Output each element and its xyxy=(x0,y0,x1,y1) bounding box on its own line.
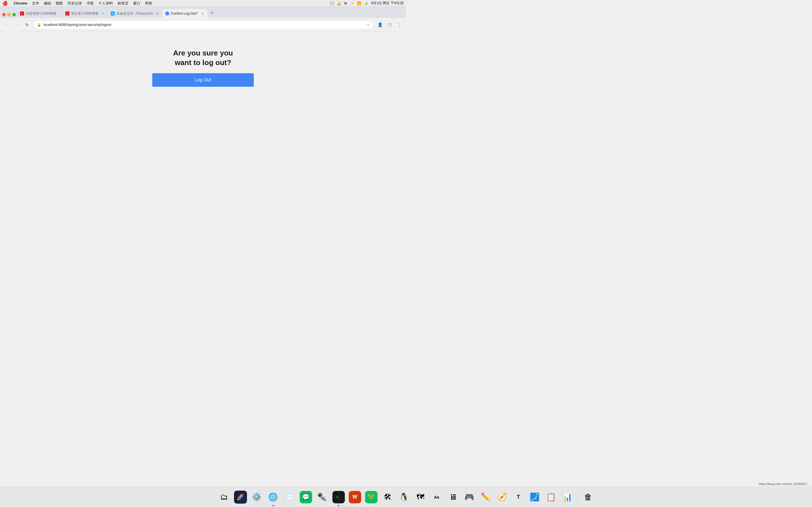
tab-favicon-confirm: ✓ xyxy=(165,11,169,15)
back-button[interactable]: ← xyxy=(3,21,11,29)
tab-close-csdn2[interactable]: ✕ xyxy=(100,11,105,16)
tab-title-csdn2: 写文章-CSDN博客 xyxy=(71,11,99,16)
logout-title: Are you sure you want to log out? xyxy=(173,48,233,68)
menubar-edit[interactable]: 编辑 xyxy=(44,1,51,6)
logout-title-line2: want to log out? xyxy=(175,58,232,67)
menubar-chrome[interactable]: Chrome xyxy=(13,1,28,5)
url-bar[interactable]: 🔒 localhost:8080/spring-boot-security/lo… xyxy=(33,20,374,29)
bookmark-star[interactable]: ☆ xyxy=(366,22,370,27)
system-tray-battery: 🔋 xyxy=(364,1,368,5)
menubar-window[interactable]: 窗口 xyxy=(133,1,140,6)
tab-close-processon[interactable]: ✕ xyxy=(155,11,159,16)
tab-favicon-processon: On xyxy=(111,11,115,15)
tab-favicon-csdn1: C xyxy=(20,11,24,15)
menubar-tabs[interactable]: 标签页 xyxy=(117,1,129,6)
menubar: 🍎 Chrome 文件 编辑 视图 历史记录 书签 个人资料 标签页 窗口 帮助… xyxy=(0,0,406,7)
tab-title-processon: 未命名文件 - ProcessOn xyxy=(116,11,153,16)
toolbar-actions: 👤 ⬡ ⋮ xyxy=(376,21,403,29)
url-text: localhost:8080/spring-boot-security/logo… xyxy=(43,22,364,27)
maximize-window-button[interactable] xyxy=(12,13,16,16)
system-tray-bluetooth: ⚡ xyxy=(350,1,354,5)
window-controls xyxy=(2,13,16,18)
minimize-window-button[interactable] xyxy=(7,13,11,16)
browser-window: C 内容管理-CSDN博客 C 写文章-CSDN博客 ✕ On 未命名文件 - … xyxy=(0,7,406,253)
profile-button[interactable]: 👤 xyxy=(376,21,384,29)
menubar-help[interactable]: 帮助 xyxy=(145,1,152,6)
reload-button[interactable]: ↻ xyxy=(23,21,31,29)
menubar-datetime: 8月1日 周日 下午5:32 xyxy=(371,1,404,6)
menu-button[interactable]: ⋮ xyxy=(395,21,403,29)
page-content: Are you sure you want to log out? Log Ou… xyxy=(0,32,406,253)
tab-favicon-csdn2: C xyxy=(65,11,69,15)
tab-csdn-content[interactable]: C 内容管理-CSDN博客 xyxy=(17,9,62,18)
system-tray-notifications: 🔔 xyxy=(337,1,341,5)
tab-processon[interactable]: On 未命名文件 - ProcessOn ✕ xyxy=(108,9,162,18)
tab-bar: C 内容管理-CSDN博客 C 写文章-CSDN博客 ✕ On 未命名文件 - … xyxy=(0,7,406,18)
logout-title-line1: Are you sure you xyxy=(173,49,233,57)
system-tray-word: W xyxy=(344,1,347,5)
logout-button[interactable]: Log Out xyxy=(152,73,254,87)
new-tab-button[interactable]: + xyxy=(208,9,216,17)
menubar-profile[interactable]: 个人资料 xyxy=(98,1,113,6)
menubar-right: 💬 🔔 W ⚡ 📶 🔋 8月1日 周日 下午5:32 xyxy=(330,1,404,6)
tab-title-csdn1: 内容管理-CSDN博客 xyxy=(26,11,59,16)
tab-close-confirm[interactable]: ✕ xyxy=(200,11,205,16)
system-tray-wifi: 📶 xyxy=(357,1,361,5)
close-window-button[interactable] xyxy=(2,13,6,16)
system-tray-wechat: 💬 xyxy=(330,1,334,5)
tab-csdn-write[interactable]: C 写文章-CSDN博客 ✕ xyxy=(63,9,108,18)
tab-confirm-logout[interactable]: ✓ Confirm Log Out? ✕ xyxy=(162,9,207,18)
menubar-view[interactable]: 视图 xyxy=(56,1,63,6)
secure-icon: 🔒 xyxy=(37,23,41,27)
tab-title-confirm: Confirm Log Out? xyxy=(171,11,199,15)
apple-menu[interactable]: 🍎 xyxy=(2,1,8,6)
forward-button[interactable]: → xyxy=(13,21,21,29)
menubar-bookmarks[interactable]: 书签 xyxy=(87,1,94,6)
address-bar: ← → ↻ 🔒 localhost:8080/spring-boot-secur… xyxy=(0,18,406,32)
logout-card: Are you sure you want to log out? Log Ou… xyxy=(152,48,254,87)
menubar-file[interactable]: 文件 xyxy=(32,1,39,6)
extensions-button[interactable]: ⬡ xyxy=(386,21,394,29)
menubar-history[interactable]: 历史记录 xyxy=(67,1,82,6)
